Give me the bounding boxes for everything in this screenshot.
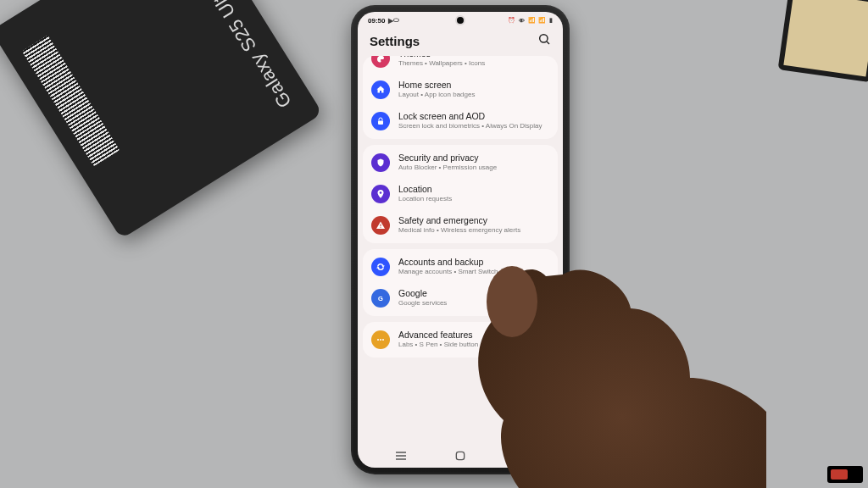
settings-row-accounts[interactable]: Accounts and backupManage accounts • Sma… bbox=[363, 251, 558, 283]
row-title: Home screen bbox=[398, 80, 475, 90]
svg-rect-8 bbox=[381, 227, 381, 228]
sync-icon bbox=[371, 258, 390, 276]
nav-home-button[interactable] bbox=[443, 449, 477, 463]
page-title: Settings bbox=[370, 34, 420, 48]
settings-row-lock-aod[interactable]: Lock screen and AODScreen lock and biome… bbox=[363, 106, 558, 137]
row-text: GoogleGoogle services bbox=[398, 288, 447, 307]
svg-line-1 bbox=[547, 42, 549, 44]
nav-recents-button[interactable] bbox=[384, 451, 418, 461]
svg-point-6 bbox=[380, 191, 382, 194]
punch-hole-camera bbox=[457, 17, 464, 24]
svg-rect-7 bbox=[381, 225, 381, 227]
status-rec-icon: ⬭ bbox=[393, 16, 399, 25]
dots-icon bbox=[371, 330, 390, 349]
settings-row-themes[interactable]: ThemesThemes • Wallpapers • Icons bbox=[363, 56, 558, 75]
row-text: LocationLocation requests bbox=[398, 184, 452, 202]
settings-row-security[interactable]: Security and privacyAuto Blocker • Permi… bbox=[363, 147, 558, 179]
settings-row-home-screen[interactable]: Home screenLayout • App icon badges bbox=[363, 75, 558, 106]
shield-icon bbox=[371, 153, 390, 172]
row-subtitle: Themes • Wallpapers • Icons bbox=[398, 59, 485, 67]
row-subtitle: Labs • S Pen • Side button bbox=[398, 341, 478, 348]
nav-back-button[interactable] bbox=[504, 450, 537, 462]
google-icon: G bbox=[371, 289, 390, 308]
svg-point-12 bbox=[382, 339, 384, 341]
phone-frame: 09:50 ▶ ⬭ ⏰ 👁 📶 📶 ▮ Settings ThemesTheme… bbox=[351, 5, 570, 474]
row-subtitle: Layout • App icon badges bbox=[398, 91, 475, 98]
settings-row-location[interactable]: LocationLocation requests bbox=[363, 179, 558, 210]
signal-2-icon: 📶 bbox=[538, 17, 546, 24]
settings-row-safety[interactable]: Safety and emergencyMedical info • Wirel… bbox=[363, 210, 558, 241]
row-title: Lock screen and AOD bbox=[398, 111, 542, 121]
row-title: Security and privacy bbox=[398, 152, 497, 163]
search-icon bbox=[537, 32, 551, 46]
status-time: 09:50 bbox=[368, 17, 385, 25]
settings-row-google[interactable]: GGoogleGoogle services bbox=[363, 283, 558, 314]
product-box-label: Galaxy S25 Ultra bbox=[199, 0, 296, 112]
channel-watermark bbox=[827, 466, 863, 483]
row-subtitle: Location requests bbox=[398, 195, 452, 202]
settings-group: ThemesThemes • Wallpapers • IconsHome sc… bbox=[363, 56, 558, 139]
svg-rect-16 bbox=[456, 452, 464, 459]
row-text: Security and privacyAuto Blocker • Permi… bbox=[398, 152, 497, 171]
svg-rect-5 bbox=[378, 121, 383, 125]
paint-icon bbox=[371, 56, 390, 68]
svg-point-11 bbox=[380, 339, 381, 341]
settings-group: Advanced featuresLabs • S Pen • Side but… bbox=[363, 322, 558, 358]
settings-list[interactable]: ThemesThemes • Wallpapers • IconsHome sc… bbox=[358, 56, 563, 446]
row-title: Accounts and backup bbox=[398, 257, 498, 267]
vibrate-icon: 👁 bbox=[519, 18, 525, 24]
row-subtitle: Manage accounts • Smart Switch bbox=[398, 268, 498, 275]
svg-point-2 bbox=[378, 57, 379, 58]
row-title: Advanced features bbox=[398, 330, 478, 340]
pin-icon bbox=[371, 185, 390, 203]
svg-point-0 bbox=[540, 35, 548, 42]
settings-row-advanced[interactable]: Advanced featuresLabs • S Pen • Side but… bbox=[363, 324, 558, 356]
phone-screen: 09:50 ▶ ⬭ ⏰ 👁 📶 📶 ▮ Settings ThemesTheme… bbox=[358, 12, 563, 468]
home-icon bbox=[371, 80, 390, 99]
svg-point-10 bbox=[377, 339, 379, 341]
alarm-icon: ⏰ bbox=[508, 17, 515, 24]
row-title: Safety and emergency bbox=[398, 215, 520, 225]
row-subtitle: Auto Blocker • Permission usage bbox=[398, 164, 497, 171]
battery-icon: ▮ bbox=[549, 17, 553, 24]
barcode-graphic bbox=[22, 36, 120, 167]
row-title: Themes bbox=[398, 56, 485, 58]
row-text: Advanced featuresLabs • S Pen • Side but… bbox=[398, 330, 478, 348]
corner-prop bbox=[778, 0, 868, 82]
navigation-bar bbox=[358, 446, 563, 468]
row-text: ThemesThemes • Wallpapers • Icons bbox=[398, 56, 485, 67]
lock-icon bbox=[371, 112, 390, 130]
row-text: Safety and emergencyMedical info • Wirel… bbox=[398, 215, 520, 234]
signal-1-icon: 📶 bbox=[528, 17, 536, 24]
row-text: Home screenLayout • App icon badges bbox=[398, 80, 475, 98]
svg-point-4 bbox=[381, 57, 382, 58]
row-subtitle: Google services bbox=[398, 299, 447, 307]
svg-point-3 bbox=[380, 56, 381, 57]
settings-group: Accounts and backupManage accounts • Sma… bbox=[363, 249, 558, 316]
settings-header: Settings bbox=[358, 29, 563, 56]
alert-icon bbox=[371, 216, 390, 235]
row-text: Accounts and backupManage accounts • Sma… bbox=[398, 257, 498, 275]
row-subtitle: Medical info • Wireless emergency alerts bbox=[398, 226, 520, 234]
search-button[interactable] bbox=[537, 32, 551, 49]
row-title: Google bbox=[398, 288, 447, 298]
product-box-prop: Galaxy S25 Ultra bbox=[0, 0, 323, 239]
row-title: Location bbox=[398, 184, 452, 194]
svg-text:G: G bbox=[378, 295, 383, 302]
row-text: Lock screen and AODScreen lock and biome… bbox=[398, 111, 542, 130]
settings-group: Security and privacyAuto Blocker • Permi… bbox=[363, 145, 558, 243]
row-subtitle: Screen lock and biometrics • Always On D… bbox=[398, 122, 542, 130]
